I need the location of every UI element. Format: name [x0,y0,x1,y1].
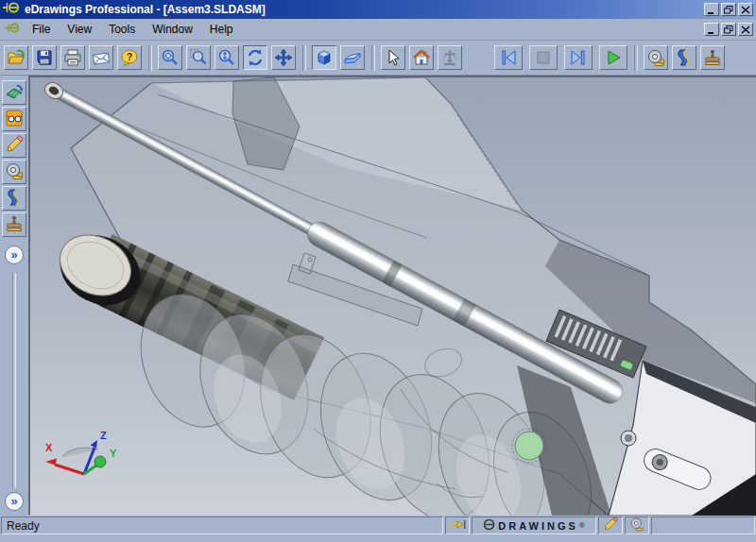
hidden-lines-button[interactable] [340,45,365,70]
shaded-view-button[interactable] [312,45,336,70]
cross-section-icon [5,188,24,210]
edrawings-logo-reg: ® [579,521,585,530]
measure-button[interactable] [644,45,668,70]
edrawings-e-icon [483,518,495,534]
stamp-button[interactable] [700,45,725,70]
pan-icon [274,48,293,67]
edrawings-app-icon [3,1,20,18]
triad-y-ball [94,456,106,467]
save-button[interactable] [32,45,57,70]
expand-panel-button-bottom[interactable]: » [5,492,24,511]
status-empty-panel [651,517,755,534]
child-close-button[interactable] [738,23,753,36]
viewport-3d[interactable]: X Z Y [28,76,756,515]
expand-panel-button-top[interactable]: » [5,246,24,264]
anim-next-icon [569,48,588,67]
svg-text:?: ? [127,52,132,62]
print-icon [63,48,82,67]
shaded-view-icon [315,48,334,67]
yellow-arrow-icon [448,518,467,534]
sidebar-tab-stamps[interactable] [2,212,26,237]
home-view-button[interactable] [409,45,434,70]
pan-button[interactable] [271,45,296,70]
zoom-to-fit-button[interactable] [158,45,182,70]
components-icon [5,82,24,104]
send-email-icon [92,48,111,67]
toolbar-separator [634,45,638,71]
toolbar: ? [0,41,756,76]
titlebar: eDrawings Professional - [Assem3.SLDASM] [0,0,756,19]
hlr-view-icon [343,48,362,67]
status-markup-panel [598,517,623,534]
anim-stop-icon [534,48,553,67]
zoom-button[interactable] [215,45,239,70]
zoom-inout-icon [217,48,236,67]
menu-window[interactable]: Window [144,20,201,39]
toolbar-separator [371,45,375,71]
anim-play-icon [604,48,623,67]
triad-y-label: Y [110,448,117,459]
help-icon: ? [120,48,139,67]
animation-stop-button[interactable] [529,45,558,70]
status-measure-panel [625,517,649,534]
child-minimize-button[interactable] [704,23,719,36]
anim-previous-icon [499,48,518,67]
toolbar-separator [148,45,152,71]
sidebar-tab-markup[interactable] [2,133,26,158]
stamp-icon [703,48,722,67]
minimize-button[interactable] [704,3,719,16]
menu-tools[interactable]: Tools [100,20,144,39]
document-icon [5,21,20,38]
menu-file[interactable]: File [24,20,59,39]
main-area: » » [0,76,756,515]
panel-splitter[interactable] [12,273,16,488]
status-pointer-panel [445,517,470,534]
print-button[interactable] [60,45,85,70]
sidebar-tab-measure[interactable] [2,160,26,184]
configurations-icon [5,109,24,130]
home-icon [412,48,431,67]
zoom-to-area-button[interactable] [186,45,211,70]
zoom-area-icon [189,48,208,67]
measure-icon [646,48,665,67]
send-button[interactable] [89,45,113,70]
3d-pointer-button[interactable] [438,45,462,70]
cross-section-icon [675,48,694,67]
animation-play-button[interactable] [599,45,627,70]
measure-icon [629,517,644,534]
statusbar: Ready DRAWINGS [0,515,756,542]
sidebar-tab-components[interactable] [2,80,26,105]
cross-section-button[interactable] [672,45,696,70]
status-text: Ready [7,519,40,533]
pencil-icon [603,517,618,534]
rotate-button[interactable] [243,45,267,70]
help-button[interactable]: ? [117,45,142,70]
measure-icon [5,161,24,183]
close-button[interactable] [738,3,753,16]
rotate-icon [246,48,265,67]
triad-x-label: X [45,442,53,453]
zoom-fit-icon [161,48,180,67]
3d-pointer-icon [440,48,459,67]
edrawings-window: eDrawings Professional - [Assem3.SLDASM]… [0,0,756,542]
edrawings-logo-text: DRAWINGS [498,520,578,532]
child-restore-button[interactable] [721,23,736,36]
panel-tab-bar: » » [0,76,28,515]
restore-button[interactable] [721,3,736,16]
animation-previous-button[interactable] [494,45,523,70]
menu-help[interactable]: Help [201,20,242,39]
window-title: eDrawings Professional - [Assem3.SLDASM] [25,3,702,16]
triad-z-label: Z [100,430,107,441]
select-arrow-icon [384,48,403,67]
menubar: File View Tools Window Help [0,19,756,41]
toolbar-separator [302,45,306,71]
animation-next-button[interactable] [564,45,593,70]
markup-pencil-icon [5,135,24,157]
open-button[interactable] [4,45,28,70]
edrawings-logo: DRAWINGS ® [472,517,596,534]
select-button[interactable] [381,45,405,70]
sidebar-tab-cross-section[interactable] [2,186,26,211]
menu-view[interactable]: View [59,20,100,39]
save-floppy-icon [35,48,54,67]
sidebar-tab-configurations[interactable] [2,107,26,131]
